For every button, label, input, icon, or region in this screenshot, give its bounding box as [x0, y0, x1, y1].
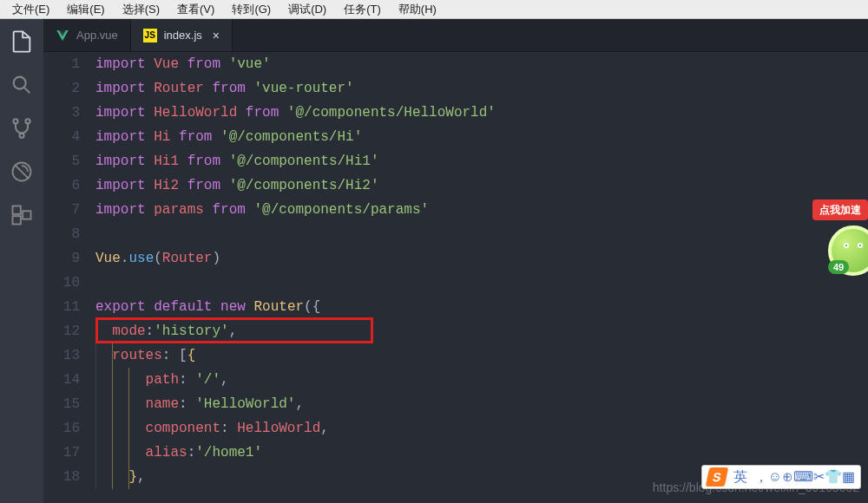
menu-item[interactable]: 帮助(H) — [390, 0, 445, 18]
svg-point-1 — [13, 119, 17, 123]
line-number: 6 — [43, 173, 95, 198]
code-line[interactable]: 12 mode:'history', — [43, 319, 868, 343]
code-line[interactable]: 2import Router from 'vue-router' — [43, 76, 868, 101]
line-number: 8 — [43, 222, 95, 246]
svg-point-0 — [14, 77, 26, 89]
line-content: import Router from 'vue-router' — [95, 76, 868, 101]
code-line[interactable]: 3import HelloWorld from '@/components/He… — [43, 101, 868, 125]
line-number: 17 — [43, 441, 95, 465]
ime-tool-icon[interactable]: ☺ — [768, 469, 782, 484]
svg-rect-5 — [13, 206, 21, 214]
svg-rect-7 — [23, 211, 30, 219]
line-content: export default new Router({ — [95, 295, 868, 319]
code-line[interactable]: 7import params from '@/components/params… — [43, 198, 868, 222]
code-line[interactable]: 10 — [43, 271, 868, 295]
line-content: import Vue from 'vue' — [95, 52, 868, 76]
code-line[interactable]: 13 routes: [{ — [43, 343, 868, 368]
line-content — [95, 222, 868, 246]
line-number: 11 — [43, 295, 95, 319]
extensions-icon[interactable] — [10, 203, 34, 227]
menu-item[interactable]: 查看(V) — [168, 0, 223, 18]
menu-item[interactable]: 选择(S) — [114, 0, 168, 18]
tab-label: App.vue — [76, 19, 118, 52]
line-content: import HelloWorld from '@/components/Hel… — [95, 101, 868, 125]
explorer-icon[interactable] — [10, 29, 34, 54]
activity-bar — [0, 19, 43, 503]
vue-file-icon — [56, 29, 69, 42]
badge-text: 点我加速 — [812, 199, 868, 220]
line-content: Vue.use(Router) — [95, 246, 868, 271]
tab-bar: App.vueJSindex.js× — [43, 19, 868, 52]
ime-toolbar[interactable]: S 英 ，☺⊕⌨✂👕▦ — [701, 465, 861, 489]
code-line[interactable]: 8 — [43, 222, 868, 246]
line-number: 1 — [43, 52, 95, 76]
code-line[interactable]: 5import Hi1 from '@/components/Hi1' — [43, 149, 868, 173]
badge-mascot: 49 — [828, 225, 868, 276]
code-line[interactable]: 16 component: HelloWorld, — [43, 416, 868, 441]
source-control-icon[interactable] — [10, 116, 34, 140]
line-content: import Hi1 from '@/components/Hi1' — [95, 149, 868, 173]
svg-rect-6 — [13, 216, 21, 224]
editor-tab[interactable]: JSindex.js× — [131, 19, 233, 51]
ime-tool-icon[interactable]: ⊕ — [782, 469, 793, 484]
code-line[interactable]: 15 name: 'HelloWorld', — [43, 392, 868, 416]
line-number: 15 — [43, 392, 95, 416]
code-editor[interactable]: 1import Vue from 'vue'2import Router fro… — [43, 52, 868, 503]
code-line[interactable]: 11export default new Router({ — [43, 295, 868, 319]
close-icon[interactable]: × — [213, 19, 220, 52]
js-file-icon: JS — [143, 29, 157, 42]
menu-item[interactable]: 任务(T) — [335, 0, 390, 18]
menu-item[interactable]: 调试(D) — [279, 0, 335, 18]
line-number: 10 — [43, 271, 95, 295]
ime-tool-icon[interactable]: ▦ — [842, 469, 855, 484]
content-area: App.vueJSindex.js× 1import Vue from 'vue… — [0, 19, 868, 503]
line-number: 3 — [43, 101, 95, 125]
editor-tab[interactable]: App.vue — [43, 19, 131, 51]
svg-point-2 — [25, 119, 30, 123]
ime-tool-icon[interactable]: ， — [754, 469, 768, 484]
tab-label: index.js — [164, 19, 202, 52]
ime-tool-icon[interactable]: ✂ — [813, 469, 825, 484]
line-content: path: '/', — [95, 368, 868, 392]
line-number: 5 — [43, 149, 95, 173]
badge-number: 49 — [828, 260, 849, 274]
code-line[interactable]: 14 path: '/', — [43, 368, 868, 392]
line-number: 14 — [43, 368, 95, 392]
line-number: 4 — [43, 125, 95, 149]
menu-bar: 文件(E)编辑(E)选择(S)查看(V)转到(G)调试(D)任务(T)帮助(H) — [0, 0, 868, 19]
ime-tool-icon[interactable]: ⌨ — [793, 469, 813, 484]
line-content: import Hi from '@/components/Hi' — [95, 125, 868, 149]
line-number: 2 — [43, 76, 95, 101]
line-number: 7 — [43, 198, 95, 222]
line-number: 9 — [43, 246, 95, 271]
code-line[interactable]: 4import Hi from '@/components/Hi' — [43, 125, 868, 149]
line-content: name: 'HelloWorld', — [95, 392, 868, 416]
editor-main: App.vueJSindex.js× 1import Vue from 'vue… — [43, 19, 868, 503]
menu-item[interactable]: 转到(G) — [223, 0, 279, 18]
ime-lang[interactable]: 英 — [733, 468, 747, 487]
line-number: 13 — [43, 343, 95, 368]
line-content — [95, 271, 868, 295]
code-line[interactable]: 9Vue.use(Router) — [43, 246, 868, 271]
code-line[interactable]: 17 alias:'/home1' — [43, 441, 868, 465]
menu-item[interactable]: 编辑(E) — [58, 0, 113, 18]
line-number: 18 — [43, 465, 95, 489]
code-line[interactable]: 1import Vue from 'vue' — [43, 52, 868, 76]
code-line[interactable]: 6import Hi2 from '@/components/Hi2' — [43, 173, 868, 198]
line-content: alias:'/home1' — [95, 441, 868, 465]
accelerate-badge[interactable]: 点我加速 49 — [812, 199, 868, 276]
debug-icon[interactable] — [10, 160, 34, 184]
line-number: 16 — [43, 416, 95, 441]
line-content: mode:'history', — [95, 319, 868, 343]
ime-logo-icon: S — [705, 467, 728, 487]
line-content: import Hi2 from '@/components/Hi2' — [95, 173, 868, 198]
line-content: import params from '@/components/params' — [95, 198, 868, 222]
menu-item[interactable]: 文件(E) — [3, 0, 58, 18]
line-content: component: HelloWorld, — [95, 416, 868, 441]
line-number: 12 — [43, 319, 95, 343]
ime-tool-icon[interactable]: 👕 — [825, 469, 842, 484]
search-icon[interactable] — [10, 73, 34, 97]
line-content: routes: [{ — [95, 343, 868, 368]
